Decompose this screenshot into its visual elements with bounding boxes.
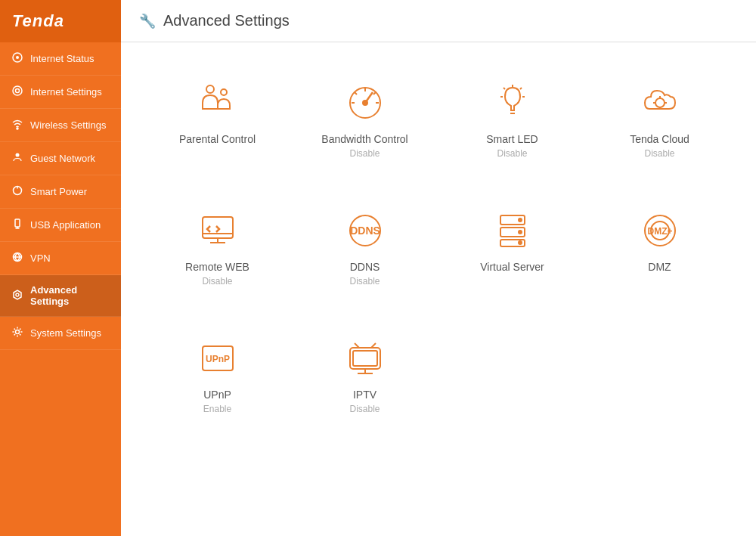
svg-line-25 xyxy=(373,92,376,94)
feature-virtual-server[interactable]: Virtual Server xyxy=(446,193,578,298)
sidebar-item-smart-power-label: Smart Power xyxy=(30,186,87,197)
sidebar-item-usb-application-label: USB Application xyxy=(30,219,101,231)
iptv-status: Disable xyxy=(349,404,380,414)
smart-led-label: Smart LED xyxy=(486,133,538,145)
tenda-cloud-status: Disable xyxy=(644,148,674,159)
remote-web-icon xyxy=(191,208,244,253)
sidebar-item-advanced-settings-label: Advanced Settings xyxy=(30,284,110,307)
svg-point-20 xyxy=(363,101,367,105)
feature-upnp[interactable]: UPnP UPnP Enable xyxy=(151,321,284,426)
internet-settings-icon xyxy=(11,85,24,99)
svg-line-30 xyxy=(503,88,505,89)
upnp-label: UPnP xyxy=(203,389,231,401)
main-content: Parental Control Ban xyxy=(121,42,756,536)
header-icon: 🔧 xyxy=(139,13,156,29)
svg-point-49 xyxy=(519,241,522,244)
feature-row-1: Parental Control Ban xyxy=(151,65,726,170)
sidebar-item-internet-settings-label: Internet Settings xyxy=(30,86,102,98)
dmz-label: DMZ xyxy=(648,261,671,273)
svg-point-15 xyxy=(206,85,214,93)
svg-point-2 xyxy=(13,86,22,95)
feature-row-3: UPnP UPnP Enable xyxy=(151,321,726,426)
svg-point-4 xyxy=(17,128,18,129)
iptv-label: IPTV xyxy=(353,389,376,401)
sidebar: Tenda Internet Status Internet Settings … xyxy=(0,0,121,536)
page-title: Advanced Settings xyxy=(163,12,290,29)
ddns-status: Disable xyxy=(349,276,380,287)
internet-status-icon xyxy=(11,51,24,66)
svg-point-48 xyxy=(519,231,522,234)
tenda-cloud-icon xyxy=(634,80,686,125)
advanced-settings-icon xyxy=(11,289,24,303)
dmz-icon: DMZ+ xyxy=(634,208,686,253)
sidebar-item-usb-application[interactable]: USB Application xyxy=(0,209,121,242)
sidebar-item-internet-status[interactable]: Internet Status xyxy=(0,42,121,76)
sidebar-item-system-settings-label: System Settings xyxy=(30,327,101,339)
ddns-label: DDNS xyxy=(350,261,380,273)
sidebar-item-internet-status-label: Internet Status xyxy=(30,53,94,64)
feature-dmz[interactable]: DMZ+ DMZ xyxy=(593,193,726,298)
svg-text:DDNS: DDNS xyxy=(350,225,380,237)
sidebar-item-guest-network[interactable]: Guest Network xyxy=(0,142,121,175)
ddns-icon: DDNS xyxy=(339,208,392,253)
guest-network-icon xyxy=(11,151,24,166)
feature-ddns[interactable]: DDNS DDNS Disable xyxy=(299,193,431,298)
remote-web-label: Remote WEB xyxy=(185,261,249,273)
smart-power-icon xyxy=(11,184,24,199)
feature-tenda-cloud[interactable]: Tenda Cloud Disable xyxy=(593,65,726,170)
vpn-icon xyxy=(11,251,24,265)
feature-parental-control[interactable]: Parental Control xyxy=(151,65,284,170)
sidebar-item-advanced-settings[interactable]: Advanced Settings xyxy=(0,275,121,317)
parental-control-icon xyxy=(191,80,244,125)
sidebar-item-wireless-settings-label: Wireless Settings xyxy=(30,119,106,131)
svg-rect-8 xyxy=(15,219,20,227)
sidebar-item-smart-power[interactable]: Smart Power xyxy=(0,175,121,209)
svg-point-14 xyxy=(16,330,20,334)
svg-line-24 xyxy=(355,92,357,94)
sidebar-item-system-settings[interactable]: System Settings xyxy=(0,317,121,350)
bandwidth-control-status: Disable xyxy=(349,148,380,159)
remote-web-status: Disable xyxy=(202,276,232,287)
feature-smart-led[interactable]: Smart LED Disable xyxy=(446,65,578,170)
feature-iptv[interactable]: IPTV Disable xyxy=(299,321,431,426)
page-header: 🔧 Advanced Settings xyxy=(121,0,756,42)
svg-point-3 xyxy=(16,89,20,93)
feature-bandwidth-control[interactable]: Bandwidth Control Disable xyxy=(299,65,431,170)
svg-text:DMZ+: DMZ+ xyxy=(647,226,672,237)
wireless-icon xyxy=(11,118,24,132)
svg-text:UPnP: UPnP xyxy=(205,354,229,364)
svg-point-1 xyxy=(16,56,19,59)
logo-text: Tenda xyxy=(12,11,64,31)
usb-icon xyxy=(11,218,24,232)
system-settings-icon xyxy=(11,326,24,340)
svg-rect-56 xyxy=(353,351,377,366)
tenda-cloud-label: Tenda Cloud xyxy=(630,133,689,145)
upnp-status: Enable xyxy=(203,404,231,414)
logo: Tenda xyxy=(0,0,121,42)
svg-point-13 xyxy=(16,293,19,296)
iptv-icon xyxy=(339,336,392,381)
upnp-icon: UPnP xyxy=(191,336,244,381)
smart-led-status: Disable xyxy=(497,148,527,159)
feature-remote-web[interactable]: Remote WEB Disable xyxy=(151,193,284,298)
sidebar-item-vpn[interactable]: VPN xyxy=(0,242,121,275)
sidebar-item-vpn-label: VPN xyxy=(30,253,51,264)
bandwidth-control-icon xyxy=(339,80,392,125)
smart-led-icon xyxy=(486,80,539,125)
svg-point-47 xyxy=(519,218,522,222)
svg-point-33 xyxy=(655,98,665,107)
svg-line-29 xyxy=(520,88,522,89)
sidebar-item-guest-network-label: Guest Network xyxy=(30,153,95,164)
sidebar-item-internet-settings[interactable]: Internet Settings xyxy=(0,76,121,109)
feature-row-2: Remote WEB Disable DDNS DDNS Disable xyxy=(151,193,726,298)
svg-point-16 xyxy=(221,89,227,95)
main-area: 🔧 Advanced Settings Parental C xyxy=(121,0,756,536)
sidebar-item-wireless-settings[interactable]: Wireless Settings xyxy=(0,109,121,142)
bandwidth-control-label: Bandwidth Control xyxy=(321,133,407,145)
virtual-server-icon xyxy=(486,208,539,253)
parental-control-label: Parental Control xyxy=(179,133,256,145)
virtual-server-label: Virtual Server xyxy=(480,261,544,273)
svg-point-5 xyxy=(16,153,20,157)
